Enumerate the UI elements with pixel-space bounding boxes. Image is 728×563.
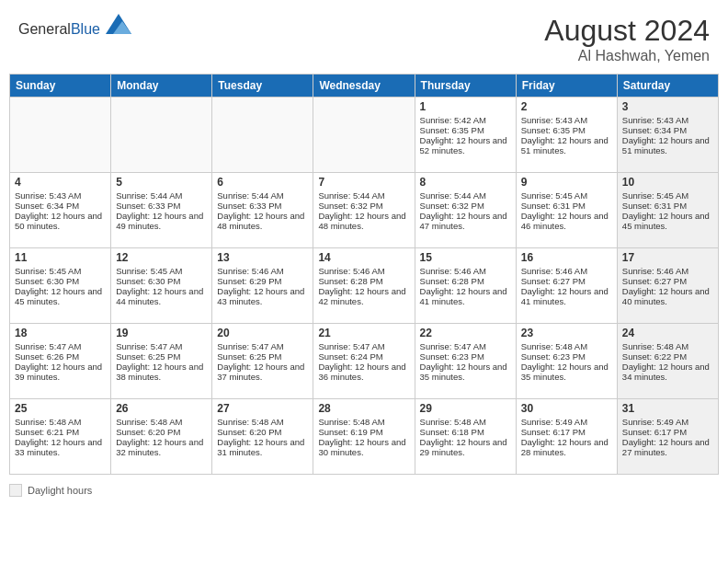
sunset-text: Sunset: 6:30 PM bbox=[15, 276, 106, 286]
day-number: 12 bbox=[116, 251, 207, 264]
sunset-text: Sunset: 6:35 PM bbox=[420, 125, 511, 135]
calendar-cell: 13Sunrise: 5:46 AMSunset: 6:29 PMDayligh… bbox=[212, 248, 313, 324]
daylight-text: Daylight: 12 hours and 44 minutes. bbox=[116, 286, 207, 306]
sunset-text: Sunset: 6:31 PM bbox=[622, 201, 713, 211]
sunset-text: Sunset: 6:22 PM bbox=[622, 351, 713, 362]
daylight-text: Daylight: 12 hours and 51 minutes. bbox=[521, 135, 612, 155]
day-number: 9 bbox=[521, 176, 612, 189]
week-row-3: 11Sunrise: 5:45 AMSunset: 6:30 PMDayligh… bbox=[10, 248, 719, 324]
day-number: 18 bbox=[15, 327, 106, 339]
daylight-text: Daylight: 12 hours and 51 minutes. bbox=[622, 135, 713, 155]
sunset-text: Sunset: 6:24 PM bbox=[318, 351, 409, 362]
sunset-text: Sunset: 6:28 PM bbox=[318, 276, 409, 286]
daylight-text: Daylight: 12 hours and 36 minutes. bbox=[318, 362, 409, 382]
sunset-text: Sunset: 6:17 PM bbox=[521, 427, 612, 437]
daylight-text: Daylight: 12 hours and 35 minutes. bbox=[420, 362, 511, 382]
daylight-text: Daylight: 12 hours and 32 minutes. bbox=[116, 437, 207, 457]
weekday-sunday: Sunday bbox=[10, 75, 111, 98]
sunrise-text: Sunrise: 5:45 AM bbox=[116, 266, 207, 276]
sunrise-text: Sunrise: 5:48 AM bbox=[217, 417, 308, 427]
daylight-text: Daylight: 12 hours and 39 minutes. bbox=[15, 362, 106, 382]
logo-text: GeneralBlue bbox=[18, 14, 131, 38]
calendar-cell: 17Sunrise: 5:46 AMSunset: 6:27 PMDayligh… bbox=[617, 248, 718, 324]
day-number: 7 bbox=[318, 176, 409, 189]
day-number: 10 bbox=[622, 176, 713, 189]
weekday-monday: Monday bbox=[111, 75, 212, 98]
day-number: 6 bbox=[217, 176, 308, 189]
sunset-text: Sunset: 6:34 PM bbox=[622, 125, 713, 135]
sunset-text: Sunset: 6:34 PM bbox=[15, 201, 106, 211]
daylight-text: Daylight: 12 hours and 28 minutes. bbox=[521, 437, 612, 457]
location: Al Hashwah, Yemen bbox=[544, 48, 710, 64]
day-number: 14 bbox=[318, 251, 409, 264]
daylight-text: Daylight: 12 hours and 42 minutes. bbox=[318, 286, 409, 306]
sunrise-text: Sunrise: 5:49 AM bbox=[521, 417, 612, 427]
daylight-text: Daylight: 12 hours and 40 minutes. bbox=[622, 286, 713, 306]
daylight-text: Daylight: 12 hours and 41 minutes. bbox=[420, 286, 511, 306]
sunrise-text: Sunrise: 5:47 AM bbox=[15, 341, 106, 351]
sunset-text: Sunset: 6:26 PM bbox=[15, 351, 106, 362]
logo: GeneralBlue bbox=[18, 14, 131, 38]
sunrise-text: Sunrise: 5:45 AM bbox=[622, 190, 713, 201]
calendar-cell: 4Sunrise: 5:43 AMSunset: 6:34 PMDaylight… bbox=[10, 173, 111, 248]
sunrise-text: Sunrise: 5:44 AM bbox=[420, 190, 511, 201]
daylight-text: Daylight: 12 hours and 49 minutes. bbox=[116, 211, 207, 231]
sunset-text: Sunset: 6:32 PM bbox=[318, 201, 409, 211]
day-number: 2 bbox=[521, 100, 612, 113]
sunrise-text: Sunrise: 5:44 AM bbox=[116, 190, 207, 201]
calendar-cell: 24Sunrise: 5:48 AMSunset: 6:22 PMDayligh… bbox=[617, 324, 718, 399]
calendar-cell: 31Sunrise: 5:49 AMSunset: 6:17 PMDayligh… bbox=[617, 399, 718, 475]
daylight-text: Daylight: 12 hours and 38 minutes. bbox=[116, 362, 207, 382]
daylight-text: Daylight: 12 hours and 35 minutes. bbox=[521, 362, 612, 382]
daylight-text: Daylight: 12 hours and 29 minutes. bbox=[420, 437, 511, 457]
sunrise-text: Sunrise: 5:48 AM bbox=[15, 417, 106, 427]
legend-label: Daylight hours bbox=[28, 485, 92, 496]
day-number: 3 bbox=[622, 100, 713, 113]
sunrise-text: Sunrise: 5:42 AM bbox=[420, 115, 511, 125]
daylight-text: Daylight: 12 hours and 47 minutes. bbox=[420, 211, 511, 231]
sunset-text: Sunset: 6:23 PM bbox=[420, 351, 511, 362]
day-number: 25 bbox=[15, 402, 106, 415]
sunrise-text: Sunrise: 5:48 AM bbox=[622, 341, 713, 351]
sunset-text: Sunset: 6:31 PM bbox=[521, 201, 612, 211]
calendar-cell: 28Sunrise: 5:48 AMSunset: 6:19 PMDayligh… bbox=[313, 399, 415, 475]
calendar-cell: 8Sunrise: 5:44 AMSunset: 6:32 PMDaylight… bbox=[415, 173, 516, 248]
logo-general: General bbox=[18, 21, 71, 37]
sunset-text: Sunset: 6:23 PM bbox=[521, 351, 612, 362]
day-number: 4 bbox=[15, 176, 106, 189]
day-number: 8 bbox=[420, 176, 511, 189]
sunset-text: Sunset: 6:25 PM bbox=[116, 351, 207, 362]
sunrise-text: Sunrise: 5:46 AM bbox=[217, 266, 308, 276]
sunset-text: Sunset: 6:28 PM bbox=[420, 276, 511, 286]
calendar: SundayMondayTuesdayWednesdayThursdayFrid… bbox=[9, 74, 719, 475]
sunset-text: Sunset: 6:20 PM bbox=[116, 427, 207, 437]
legend-box bbox=[9, 484, 22, 497]
sunrise-text: Sunrise: 5:48 AM bbox=[420, 417, 511, 427]
sunrise-text: Sunrise: 5:45 AM bbox=[15, 266, 106, 276]
day-number: 21 bbox=[318, 327, 409, 339]
calendar-cell: 19Sunrise: 5:47 AMSunset: 6:25 PMDayligh… bbox=[111, 324, 212, 399]
sunset-text: Sunset: 6:32 PM bbox=[420, 201, 511, 211]
day-number: 26 bbox=[116, 402, 207, 415]
sunrise-text: Sunrise: 5:45 AM bbox=[521, 190, 612, 201]
sunrise-text: Sunrise: 5:48 AM bbox=[521, 341, 612, 351]
calendar-cell: 10Sunrise: 5:45 AMSunset: 6:31 PMDayligh… bbox=[617, 173, 718, 248]
calendar-cell: 16Sunrise: 5:46 AMSunset: 6:27 PMDayligh… bbox=[516, 248, 617, 324]
day-number: 16 bbox=[521, 251, 612, 264]
day-number: 5 bbox=[116, 176, 207, 189]
calendar-cell: 11Sunrise: 5:45 AMSunset: 6:30 PMDayligh… bbox=[10, 248, 111, 324]
day-number: 22 bbox=[420, 327, 511, 339]
sunrise-text: Sunrise: 5:43 AM bbox=[622, 115, 713, 125]
sunset-text: Sunset: 6:27 PM bbox=[622, 276, 713, 286]
daylight-text: Daylight: 12 hours and 37 minutes. bbox=[217, 362, 308, 382]
sunset-text: Sunset: 6:21 PM bbox=[15, 427, 106, 437]
day-number: 13 bbox=[217, 251, 308, 264]
sunrise-text: Sunrise: 5:48 AM bbox=[318, 417, 409, 427]
calendar-cell: 9Sunrise: 5:45 AMSunset: 6:31 PMDaylight… bbox=[516, 173, 617, 248]
daylight-text: Daylight: 12 hours and 45 minutes. bbox=[15, 286, 106, 306]
header: GeneralBlue August 2024 Al Hashwah, Yeme… bbox=[0, 0, 728, 74]
sunrise-text: Sunrise: 5:46 AM bbox=[521, 266, 612, 276]
sunrise-text: Sunrise: 5:43 AM bbox=[15, 190, 106, 201]
sunrise-text: Sunrise: 5:47 AM bbox=[420, 341, 511, 351]
calendar-cell: 12Sunrise: 5:45 AMSunset: 6:30 PMDayligh… bbox=[111, 248, 212, 324]
